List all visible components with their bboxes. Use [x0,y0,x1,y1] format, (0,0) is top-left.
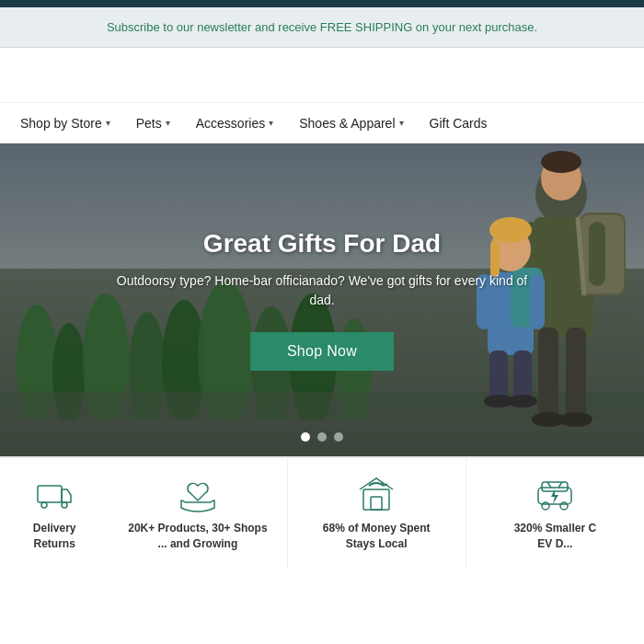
chevron-down-icon: ▾ [166,118,170,128]
feature-ev-text: 320% Smaller C EV D... [514,521,596,552]
newsletter-text: Subscribe to our newsletter and receive … [107,20,537,34]
carousel-dots [301,432,343,442]
svg-point-35 [41,502,47,508]
hero-subtitle: Outdoorsy type? Home-bar officianado? We… [110,271,534,310]
local-icon [356,473,397,513]
nav-label-accessories: Accessories [196,116,265,131]
feature-products: 20K+ Products, 30+ Shops ... and Growing [109,458,287,567]
feature-delivery: Delivery Returns [0,458,109,567]
svg-rect-15 [589,222,605,286]
carousel-dot-1[interactable] [301,432,310,442]
shop-now-button[interactable]: Shop Now [250,332,394,371]
svg-rect-37 [363,489,389,510]
carousel-dot-3[interactable] [334,432,343,442]
svg-point-42 [560,502,568,510]
ev-icon [535,473,575,513]
chevron-down-icon: ▾ [269,118,273,128]
nav-item-shop-by-store[interactable]: Shop by Store ▾ [7,103,123,143]
newsletter-banner: Subscribe to our newsletter and receive … [0,7,644,48]
features-bar: Delivery Returns 20K+ Products, 30+ Shop… [0,456,644,567]
nav-label-pets: Pets [136,116,162,131]
svg-rect-34 [38,486,62,502]
top-bar [0,0,644,7]
chevron-down-icon: ▾ [399,118,404,128]
chevron-down-icon: ▾ [106,118,110,128]
feature-products-text: 20K+ Products, 30+ Shops ... and Growing [128,521,267,552]
products-icon [178,473,218,513]
svg-point-33 [508,395,537,408]
hero-title: Great Gifts For Dad [110,229,534,259]
nav-item-gift-cards[interactable]: Gift Cards [417,103,500,143]
nav-item-pets[interactable]: Pets ▾ [123,103,183,143]
feature-ev: 320% Smaller C EV D... [466,458,644,567]
nav-label-shoes-apparel: Shoes & Apparel [299,116,395,131]
nav-label-gift-cards: Gift Cards [430,116,488,131]
svg-rect-38 [371,497,382,510]
svg-point-21 [541,151,581,173]
logo-area [0,48,644,103]
nav-label-shop-by-store: Shop by Store [20,116,102,131]
hero-section: Great Gifts For Dad Outdoorsy type? Home… [0,144,644,456]
svg-point-41 [542,502,549,510]
nav-item-accessories[interactable]: Accessories ▾ [183,103,286,143]
feature-delivery-text: Delivery Returns [33,521,76,552]
navbar: Shop by Store ▾ Pets ▾ Accessories ▾ Sho… [0,103,644,144]
hero-content: Great Gifts For Dad Outdoorsy type? Home… [92,229,552,371]
svg-point-19 [559,412,592,427]
carousel-dot-2[interactable] [317,432,327,442]
feature-local: 68% of Money Spent Stays Local [288,458,466,567]
svg-point-36 [62,502,67,508]
feature-local-text: 68% of Money Spent Stays Local [323,521,431,552]
delivery-icon [34,473,75,513]
nav-item-shoes-apparel[interactable]: Shoes & Apparel ▾ [286,103,416,143]
